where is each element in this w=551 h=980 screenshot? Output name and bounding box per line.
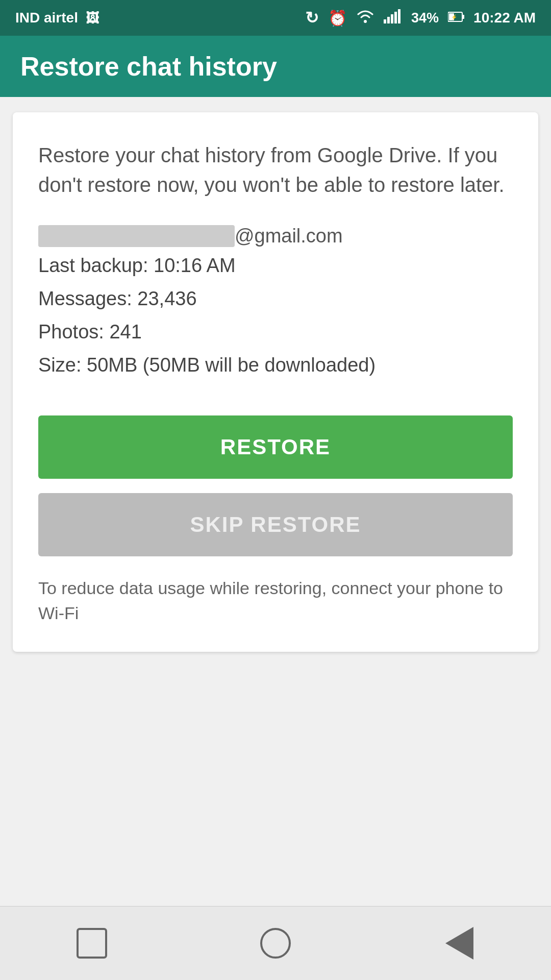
back-button[interactable] — [434, 918, 485, 969]
signal-icon — [384, 9, 402, 27]
backup-info: ██████████████@gmail.com Last backup: 10… — [38, 225, 513, 380]
battery-percent: 34% — [411, 10, 439, 26]
restore-button[interactable]: RESTORE — [38, 415, 513, 479]
home-icon — [260, 928, 291, 959]
svg-rect-5 — [398, 9, 400, 23]
svg-point-0 — [364, 20, 367, 23]
restore-card: Restore your chat history from Google Dr… — [13, 112, 538, 652]
status-right: ↻ ⏰ 34% ⚡ — [305, 8, 536, 28]
time: 10:22 AM — [473, 10, 536, 26]
svg-rect-7 — [462, 15, 464, 19]
svg-rect-3 — [391, 14, 393, 23]
page-title: Restore chat history — [20, 51, 277, 82]
backup-email: ██████████████@gmail.com — [38, 225, 513, 247]
back-icon — [445, 927, 473, 960]
sync-icon: ↻ — [305, 8, 319, 28]
main-content: Restore your chat history from Google Dr… — [0, 97, 551, 906]
alarm-icon: ⏰ — [328, 9, 347, 27]
status-bar: IND airtel 🖼 ↻ ⏰ 34% — [0, 0, 551, 36]
status-left: IND airtel 🖼 — [15, 10, 99, 26]
recent-apps-button[interactable] — [66, 918, 117, 969]
description-text: Restore your chat history from Google Dr… — [38, 140, 513, 200]
skip-restore-button[interactable]: SKIP RESTORE — [38, 493, 513, 556]
svg-rect-1 — [384, 19, 386, 23]
nav-bar — [0, 906, 551, 980]
battery-icon: ⚡ — [448, 10, 464, 26]
home-button[interactable] — [250, 918, 301, 969]
messages-count: Messages: 23,436 — [38, 284, 513, 313]
recent-apps-icon — [77, 928, 107, 959]
email-blurred: ██████████████ — [38, 225, 235, 247]
app-bar: Restore chat history — [0, 36, 551, 97]
wifi-icon — [356, 9, 374, 27]
carrier-icon: 🖼 — [86, 10, 99, 26]
carrier-name: IND airtel — [15, 10, 78, 26]
photos-count: Photos: 241 — [38, 317, 513, 347]
svg-text:⚡: ⚡ — [451, 14, 458, 20]
svg-rect-2 — [387, 17, 390, 23]
wifi-notice: To reduce data usage while restoring, co… — [38, 576, 513, 626]
backup-size: Size: 50MB (50MB will be downloaded) — [38, 351, 513, 380]
svg-rect-4 — [394, 12, 397, 23]
last-backup: Last backup: 10:16 AM — [38, 251, 513, 280]
